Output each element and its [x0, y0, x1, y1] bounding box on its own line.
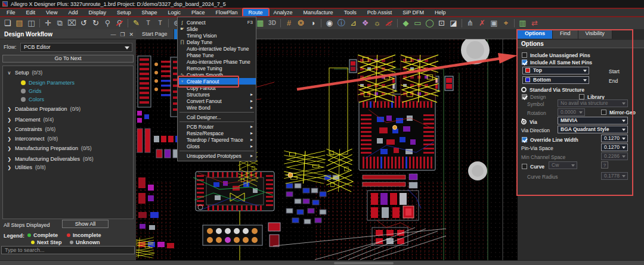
chevron-right-icon[interactable]: ❯ [7, 136, 12, 142]
view-3d-icon[interactable]: 3D [267, 18, 278, 29]
swap-icon[interactable]: ⇄ [529, 18, 540, 29]
label-icon[interactable]: ⌖ [500, 18, 512, 29]
unpin-icon[interactable]: ⚲ [114, 18, 125, 29]
override-line-width-checkbox[interactable] [522, 137, 527, 142]
add-circle-icon[interactable]: ◯ [424, 18, 435, 29]
include-unassigned-checkbox[interactable] [522, 52, 527, 58]
menu-display[interactable]: Display [83, 9, 112, 16]
save-icon[interactable]: ◫ [26, 18, 37, 29]
flow-select[interactable]: PCB Editor [20, 43, 132, 52]
tree-item-setup[interactable]: ∨ Setup (0/3) [7, 69, 42, 76]
menu-place[interactable]: Place [186, 9, 210, 16]
redo-icon[interactable]: ↻ [90, 18, 101, 29]
curve-help-button[interactable]: ? [601, 161, 608, 169]
menu-add[interactable]: Add [63, 9, 83, 16]
menu-item-remove-tuning[interactable]: Remove Tuning [178, 65, 256, 71]
pin-icon[interactable]: ⚲ [102, 18, 113, 29]
menu-manufacture[interactable]: Manufacture [298, 9, 339, 16]
symbol-select[interactable]: No avail via structure [558, 99, 628, 107]
delete-route-icon[interactable]: ✗ [476, 18, 488, 29]
chevron-right-icon[interactable]: ❯ [7, 146, 12, 151]
menu-setup[interactable]: Setup [112, 9, 137, 16]
tree-item-utilities[interactable]: ❯ Utilities (0/8) [7, 164, 46, 171]
menu-item-connect[interactable]: ʃ Connect F3 [178, 19, 256, 26]
menu-item-coil-designer[interactable]: Coil Designer... [178, 114, 256, 120]
end-layer-select[interactable]: Bottom [522, 76, 589, 84]
tab-options[interactable]: Options [518, 29, 553, 39]
menu-sip-dfm[interactable]: SiP DFM [397, 9, 429, 16]
go-to-next-button[interactable]: Go To Next [2, 55, 134, 63]
tree-item-design-parameters[interactable]: Design Parameters [21, 79, 75, 86]
menu-item-create-fanout[interactable]: ♆ Create Fanout [178, 78, 256, 85]
add-text-icon[interactable]: T [143, 18, 154, 29]
workflow-search-input[interactable] [1, 246, 135, 254]
menu-item-custom-smooth[interactable]: ∿ Custom Smooth [178, 71, 256, 78]
via-direction-select[interactable]: BGA Quadrant Style [558, 126, 628, 133]
menu-logic[interactable]: Logic [162, 9, 186, 16]
menu-item-resize-respace[interactable]: Resize/Respace ▸ [178, 130, 256, 136]
horizontal-scrollbar[interactable] [334, 262, 394, 264]
chevron-right-icon[interactable]: ❯ [7, 165, 12, 170]
edit-text-icon[interactable]: T [154, 18, 166, 29]
design-checkbox[interactable] [522, 94, 527, 99]
min-channel-select[interactable]: 0.2286 [601, 152, 628, 160]
menu-file[interactable]: File [1, 9, 21, 16]
pin-via-space-select[interactable]: 0.1270 [601, 144, 628, 151]
move-icon[interactable]: ✛ [42, 18, 54, 29]
menu-route[interactable]: Route [243, 9, 268, 16]
new-file-icon[interactable]: ❏ [2, 18, 13, 29]
chevron-down-icon[interactable]: ∨ [7, 70, 12, 76]
menu-pcb-assist[interactable]: Pcb Assist [362, 9, 398, 16]
mirror-geo-checkbox[interactable] [601, 110, 606, 115]
override-line-width-select[interactable]: 0.1270 [601, 135, 628, 142]
menu-item-structures[interactable]: Structures ▸ [178, 91, 256, 98]
rotation-select[interactable]: 0.0000 [558, 108, 585, 116]
copy-icon[interactable]: ⧉ [54, 18, 66, 29]
dim-icon[interactable]: ☼ [383, 18, 395, 29]
add-line-icon[interactable]: ✎ [131, 18, 142, 29]
palette-icon[interactable]: ❖ [360, 18, 371, 29]
menu-help[interactable]: Help [429, 9, 451, 16]
tab-find[interactable]: Find [553, 29, 578, 39]
tab-start-page[interactable]: Start Page [136, 29, 174, 39]
color-dialog-icon[interactable]: ❂ [295, 18, 306, 29]
menu-view[interactable]: View [41, 9, 63, 16]
menu-item-slide[interactable]: ☛ Slide [178, 26, 256, 32]
menu-item-auto-delay-tune[interactable]: Auto-interactive Delay Tune [178, 45, 256, 52]
delete-icon[interactable]: ⌧ [66, 18, 78, 29]
menu-flowplan[interactable]: FlowPlan [210, 9, 243, 16]
menu-item-gloss[interactable]: Gloss ▸ [178, 143, 256, 149]
library-checkbox[interactable] [579, 94, 584, 99]
chevron-right-icon[interactable]: ❯ [7, 117, 12, 123]
menu-item-delay-tune[interactable]: ∏ Delay Tune [178, 39, 256, 45]
menu-item-auto-phase-tune[interactable]: Auto-interactive Phase Tune [178, 58, 256, 65]
tree-item-placement[interactable]: ❯ Placement (0/4) [7, 116, 54, 123]
tree-item-colors[interactable]: Colors [21, 96, 44, 103]
shadow-mode-icon[interactable]: ◑ [307, 18, 318, 29]
report-icon[interactable]: ▥ [517, 18, 528, 29]
menu-item-phase-tune[interactable]: Phase Tune [178, 52, 256, 58]
tab-visibility[interactable]: Visibility [578, 29, 612, 39]
menu-item-unsupported-prototypes[interactable]: Unsupported Prototypes ▸ [178, 152, 256, 159]
info-icon[interactable]: ⓘ [336, 18, 347, 29]
contrast-icon[interactable]: ◪ [448, 18, 459, 29]
include-same-net-checkbox[interactable] [522, 60, 527, 65]
float-icon[interactable]: ❐ [120, 32, 125, 38]
tree-item-constraints[interactable]: ❯ Constraints (0/6) [7, 126, 55, 133]
curve-radius-select[interactable]: 0.1778 [601, 172, 628, 180]
standard-via-radio[interactable] [521, 87, 527, 92]
menu-item-timing-vision[interactable]: Timing Vision [178, 32, 256, 39]
snapshot-icon[interactable]: ▣ [488, 18, 500, 29]
menu-analyze[interactable]: Analyze [268, 9, 298, 16]
close-icon[interactable]: ✕ [129, 32, 134, 38]
curve-checkbox[interactable] [522, 164, 527, 169]
brightness-icon[interactable]: ☼ [371, 18, 383, 29]
tree-item-interconnect[interactable]: ❯ Interconnect (0/8) [7, 135, 58, 142]
menu-item-copy-fanout[interactable]: Copy Fanout [178, 85, 256, 91]
fanout-tool-icon[interactable]: ⋔ [465, 18, 476, 29]
add-rect-icon[interactable]: ▭ [412, 18, 423, 29]
menu-edit[interactable]: Edit [21, 9, 41, 16]
add-polygon-icon[interactable]: ◆ [400, 18, 411, 29]
via-radio[interactable] [521, 119, 527, 124]
menu-item-teardrop[interactable]: Teardrop / Tapered Trace ▸ [178, 136, 256, 143]
